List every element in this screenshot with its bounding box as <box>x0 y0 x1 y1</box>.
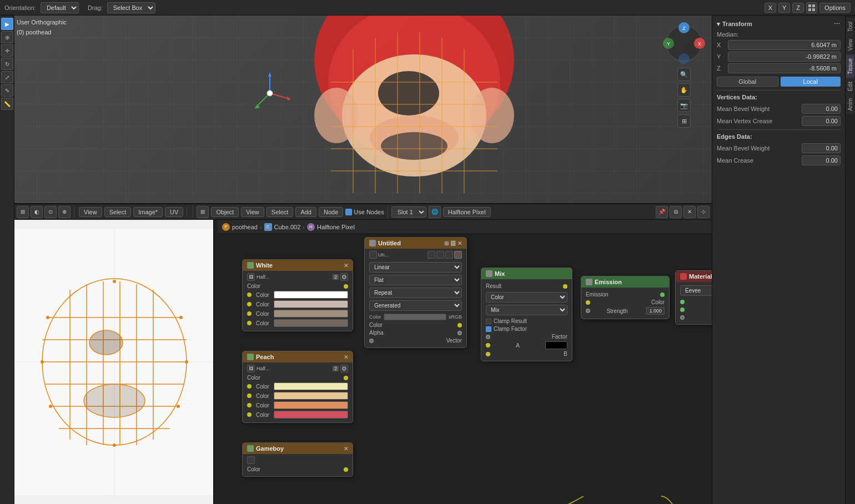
mix-a-socket[interactable] <box>486 343 490 347</box>
untitled-node-close[interactable]: ✕ <box>457 240 462 246</box>
peach-node-img-icon[interactable]: 🖼 <box>247 365 255 372</box>
select-box-select[interactable]: Select Box <box>107 2 155 13</box>
tab-tool[interactable]: Tool <box>846 18 854 35</box>
mix-type-select[interactable]: Mix <box>486 305 567 315</box>
editor-type-icon[interactable]: ⊞ <box>17 206 29 218</box>
y-button[interactable]: Y <box>778 3 790 13</box>
z-button[interactable]: Z <box>792 3 804 13</box>
peach-color-socket-4[interactable] <box>247 412 252 417</box>
view-btn[interactable]: View <box>79 207 102 217</box>
zoom-in-btn[interactable]: 🔍 <box>677 68 691 81</box>
emission-strength-socket[interactable] <box>586 309 590 313</box>
viewport-3d[interactable]: User Orthographic (0) poothead Z X <box>14 16 712 204</box>
local-btn[interactable]: Local <box>781 77 841 87</box>
slot-select[interactable]: Slot 1 <box>391 206 426 218</box>
grid-icon[interactable] <box>806 2 817 13</box>
select2-btn[interactable]: Select <box>266 207 294 217</box>
material-displacement-socket[interactable] <box>680 315 685 320</box>
x-coord-field[interactable]: 6.6047 m <box>728 40 841 50</box>
peach-color-socket-3[interactable] <box>247 403 252 407</box>
material-surface-socket[interactable] <box>680 300 685 304</box>
mean-bevel-field[interactable]: 0.00 <box>802 104 841 114</box>
untitled-color-bar[interactable] <box>384 314 446 320</box>
untitled-icon3[interactable] <box>436 251 444 259</box>
peach-swatch-4[interactable] <box>274 411 348 419</box>
cursor-tool-btn[interactable]: ⊕ <box>1 31 13 43</box>
untitled-icon4[interactable] <box>445 251 453 259</box>
scale-tool-btn[interactable]: ⤢ <box>1 71 13 83</box>
tab-view[interactable]: View <box>846 35 854 54</box>
world-icon[interactable]: 🌐 <box>429 206 441 218</box>
untitled-generated-select[interactable]: Generated <box>369 300 462 311</box>
gizmo-icon[interactable]: ⊕ <box>58 206 71 218</box>
mix-result-socket[interactable] <box>563 284 567 289</box>
peach-color-socket-2[interactable] <box>247 394 252 398</box>
material-volume-socket[interactable] <box>680 308 685 312</box>
untitled-linear-select[interactable]: Linear <box>369 262 462 273</box>
snap-icon[interactable]: ⊹ <box>697 206 710 218</box>
peach-node-color-socket[interactable] <box>344 376 348 380</box>
y-coord-field[interactable]: -0.99822 m <box>728 52 841 62</box>
annotate-tool-btn[interactable]: ✎ <box>1 84 13 97</box>
gameboy-icon[interactable] <box>247 456 255 464</box>
hand-btn[interactable]: ✋ <box>677 83 691 97</box>
mix-b-socket[interactable] <box>486 352 490 356</box>
mean-vertex-crease-field[interactable]: 0.00 <box>802 116 841 126</box>
white-color-socket-4[interactable] <box>247 321 252 325</box>
material-output-renderer[interactable]: Eevee <box>680 285 712 296</box>
mix-clamp-result[interactable]: Clamp Result <box>486 318 567 324</box>
select-tool-btn[interactable]: ▶ <box>1 18 13 30</box>
move-tool-btn[interactable]: ✛ <box>1 44 13 57</box>
camera-btn[interactable]: 📷 <box>677 99 691 112</box>
mix-a-swatch[interactable] <box>545 341 567 349</box>
emission-strength-value[interactable]: 1.000 <box>646 307 665 315</box>
tab-tissue[interactable]: Tissue <box>846 54 854 78</box>
node-editor-type-icon[interactable]: ⊞ <box>197 206 209 218</box>
view2-btn[interactable]: View <box>241 207 264 217</box>
white-color-socket-3[interactable] <box>247 311 252 316</box>
transform-more-btn[interactable]: ⋯ <box>833 20 841 28</box>
tab-anim[interactable]: Anim <box>846 94 854 114</box>
mix-clamp-factor-checkbox[interactable] <box>486 326 491 332</box>
transform-collapse[interactable]: ▾ <box>717 21 720 28</box>
grid-view-btn[interactable]: ⊞ <box>677 114 691 128</box>
untitled-color-out-socket[interactable] <box>457 323 462 327</box>
untitled-icon2[interactable] <box>428 251 435 259</box>
peach-swatch-3[interactable] <box>274 401 348 409</box>
white-node-settings[interactable]: ⚙ <box>340 273 348 281</box>
use-nodes-checkbox[interactable] <box>345 209 352 215</box>
uv-btn[interactable]: UV <box>165 207 183 217</box>
peach-node-num[interactable]: 2 <box>333 366 339 371</box>
white-color-socket-1[interactable] <box>247 293 252 297</box>
x-button[interactable]: X <box>765 3 776 13</box>
mix-clamp-factor[interactable]: Clamp Factor <box>486 326 567 332</box>
untitled-expand-btn[interactable]: ⊞ <box>444 240 449 246</box>
peach-swatch-2[interactable] <box>274 392 348 400</box>
untitled-alpha-socket[interactable] <box>457 331 462 335</box>
use-nodes-check[interactable]: Use Nodes <box>345 209 384 215</box>
untitled-flat-select[interactable]: Flat <box>369 275 462 285</box>
overlay-icon[interactable]: ⊙ <box>44 206 57 218</box>
mix-color-select[interactable]: Color <box>486 292 567 303</box>
viewport-shade-icon[interactable]: ◐ <box>31 206 43 218</box>
node-btn[interactable]: Node <box>319 207 343 217</box>
white-node-img-icon[interactable]: 🖼 <box>247 273 255 281</box>
gameboy-node-close[interactable]: ✕ <box>344 446 348 452</box>
options-button[interactable]: Options <box>819 3 851 13</box>
global-btn[interactable]: Global <box>717 77 778 87</box>
breadcrumb-halftone[interactable]: Halftone Pixel <box>317 224 355 230</box>
untitled-vector-socket[interactable] <box>369 339 374 343</box>
mean-crease-field[interactable]: 0.00 <box>802 155 841 165</box>
mix-factor-socket[interactable] <box>486 335 490 339</box>
gameboy-color-socket[interactable] <box>344 467 348 472</box>
white-node-color-socket[interactable] <box>344 284 348 289</box>
nav-gizmo[interactable]: Z X Y <box>662 21 706 65</box>
white-node-num[interactable]: 2 <box>333 274 339 280</box>
white-swatch-3[interactable] <box>274 310 348 317</box>
tab-edit[interactable]: Edit <box>846 78 854 94</box>
delete-icon[interactable]: ✕ <box>683 206 696 218</box>
add-btn[interactable]: Add <box>295 207 316 217</box>
untitled-img-btn[interactable]: 🖼 <box>450 240 456 246</box>
pin-icon[interactable]: 📌 <box>656 206 668 218</box>
mix-clamp-result-checkbox[interactable] <box>486 319 491 324</box>
